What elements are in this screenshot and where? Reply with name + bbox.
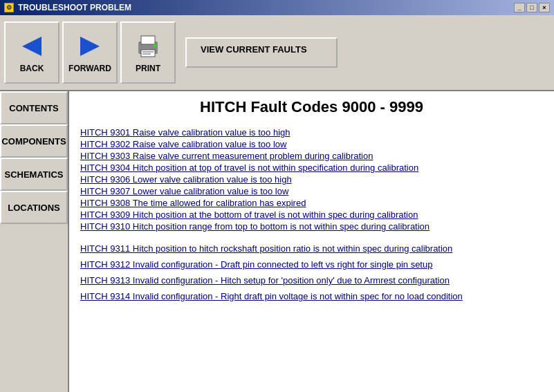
- title-bar-text: TROUBLESHOOT PROBLEM: [18, 3, 131, 12]
- fault-9306[interactable]: HITCH 9306 Lower valve calibration value…: [80, 174, 543, 185]
- fault-9308[interactable]: HITCH 9308 The time allowed for calibrat…: [80, 198, 543, 208]
- app-icon: ⚙: [4, 3, 14, 12]
- fault-9314-group: HITCH 9314 Invalid configuration - Right…: [80, 291, 543, 301]
- title-bar-left: ⚙ TROUBLESHOOT PROBLEM: [4, 3, 131, 12]
- forward-icon: [73, 32, 107, 61]
- fault-9301[interactable]: HITCH 9301 Raise valve calibration value…: [80, 127, 543, 138]
- fault-9312-group: HITCH 9312 Invalid configuration - Draft…: [80, 259, 543, 270]
- print-icon: [131, 32, 165, 61]
- back-button[interactable]: BACK: [4, 21, 59, 84]
- forward-label: FORWARD: [68, 64, 111, 73]
- forward-button[interactable]: FORWARD: [62, 21, 118, 84]
- maximize-button[interactable]: □: [526, 3, 537, 12]
- view-faults-label: VIEW CURRENT FAULTS: [201, 44, 307, 55]
- fault-9310[interactable]: HITCH 9310 Hitch position range from top…: [80, 221, 543, 232]
- print-button[interactable]: PRINT: [120, 21, 176, 84]
- sidebar-locations-label: LOCATIONS: [8, 203, 60, 213]
- fault-9313-group: HITCH 9313 Invalid configuration - Hitch…: [80, 275, 543, 286]
- sidebar: CONTENTS COMPONENTS SCHEMATICS LOCATIONS: [0, 91, 69, 392]
- back-label: BACK: [20, 64, 44, 73]
- fault-9311-group: HITCH 9311 Hitch position to hitch rocks…: [80, 243, 543, 254]
- content-title: HITCH Fault Codes 9000 - 9999: [80, 98, 543, 116]
- title-bar-buttons[interactable]: _ □ ×: [514, 3, 550, 12]
- content-area: HITCH Fault Codes 9000 - 9999 HITCH 9301…: [69, 91, 554, 392]
- sidebar-contents-label: CONTENTS: [9, 103, 59, 113]
- fault-9314[interactable]: HITCH 9314 Invalid configuration - Right…: [80, 291, 543, 301]
- toolbar: BACK FORWARD PRINT VIEW CURRENT FAULTS: [0, 15, 554, 91]
- fault-9303[interactable]: HITCH 9303 Raise valve current measureme…: [80, 151, 543, 161]
- minimize-button[interactable]: _: [514, 3, 525, 12]
- sidebar-item-components[interactable]: COMPONENTS: [0, 124, 68, 158]
- sidebar-item-contents[interactable]: CONTENTS: [0, 91, 68, 124]
- fault-9312[interactable]: HITCH 9312 Invalid configuration - Draft…: [80, 259, 543, 270]
- main-area: CONTENTS COMPONENTS SCHEMATICS LOCATIONS…: [0, 91, 554, 392]
- title-bar: ⚙ TROUBLESHOOT PROBLEM _ □ ×: [0, 0, 554, 15]
- svg-point-5: [154, 44, 156, 47]
- sidebar-item-schematics[interactable]: SCHEMATICS: [0, 158, 68, 191]
- fault-9304[interactable]: HITCH 9304 Hitch position at top of trav…: [80, 162, 543, 173]
- sidebar-components-label: COMPONENTS: [1, 136, 66, 147]
- fault-9302[interactable]: HITCH 9302 Raise valve calibration value…: [80, 139, 543, 149]
- back-icon: [15, 32, 48, 61]
- close-button[interactable]: ×: [539, 3, 550, 12]
- fault-9311[interactable]: HITCH 9311 Hitch position to hitch rocks…: [80, 243, 543, 254]
- svg-rect-1: [141, 36, 155, 44]
- fault-9313[interactable]: HITCH 9313 Invalid configuration - Hitch…: [80, 275, 543, 286]
- view-faults-button[interactable]: VIEW CURRENT FAULTS: [185, 37, 338, 68]
- fault-9309[interactable]: HITCH 9309 Hitch position at the bottom …: [80, 209, 543, 220]
- fault-9307[interactable]: HITCH 9307 Lower value calibration value…: [80, 186, 543, 196]
- sidebar-item-locations[interactable]: LOCATIONS: [0, 191, 68, 224]
- sidebar-schematics-label: SCHEMATICS: [5, 169, 64, 180]
- fault-list: HITCH 9301 Raise valve calibration value…: [80, 127, 543, 232]
- print-label: PRINT: [136, 64, 160, 73]
- svg-rect-3: [142, 51, 154, 53]
- svg-rect-4: [142, 53, 151, 55]
